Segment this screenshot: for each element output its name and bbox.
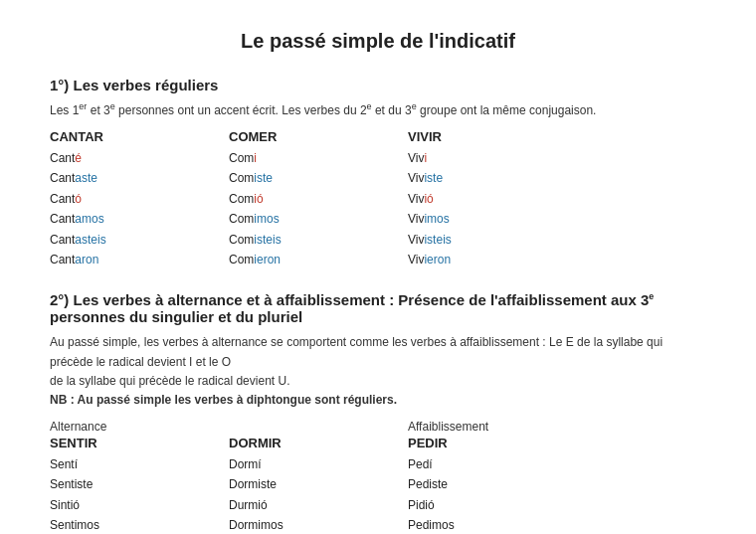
conj-suffix: ó [75,192,82,206]
conj-row: Cantó [50,189,229,209]
conj-suffix: isteis [424,233,451,247]
conj-suffix: asteis [75,233,105,247]
alt-row: Dormimos [229,515,408,534]
section2-intro-line: NB : Au passé simple les verbes à diphto… [50,393,397,407]
conj-col-header: COMER [229,129,408,144]
conj-suffix: aron [75,253,98,267]
conj-suffix: ieron [254,253,281,267]
alternance-label: Alternance [50,420,229,434]
conj-row: Vivió [408,189,587,209]
conj-row: Comi [229,148,408,168]
conj-prefix: Com [229,192,254,206]
conj-row: Comió [229,189,408,209]
conj-prefix: Cant [50,253,75,267]
conj-row: Canté [50,148,229,168]
conj-prefix: Viv [408,233,424,247]
conj-suffix: i [254,151,257,165]
section1: 1°) Les verbes réguliers Les 1er et 3e p… [50,77,706,269]
conj-row: Vivisteis [408,230,587,250]
conj-prefix: Viv [408,253,424,267]
conj-row: Comimos [229,209,408,229]
conj-prefix: Viv [408,212,424,226]
section2-intro: Au passé simple, les verbes à alternance… [50,333,706,410]
conj-suffix: imos [424,212,449,226]
conj-suffix: amos [75,212,103,226]
conj-prefix: Cant [50,192,75,206]
conj-prefix: Cant [50,151,75,165]
alt-row: Pediste [408,474,587,494]
conj-prefix: Viv [408,171,424,185]
conj-suffix: iste [254,171,273,185]
conj-prefix: Com [229,212,254,226]
conj-prefix: Com [229,171,254,185]
alt-header-dormir: DORMIR [229,436,408,450]
conj-prefix: Cant [50,233,75,247]
alt-row: Sentí [50,454,229,474]
conj-prefix: Com [229,233,254,247]
conj-row: Comieron [229,250,408,269]
alt-row: Pedimos [408,515,587,534]
alt-header-sentir: SENTIR [50,436,229,450]
section2-intro-line: Au passé simple, les verbes à alternance… [50,335,662,368]
conj-prefix: Cant [50,171,75,185]
conj-suffix: imos [254,212,279,226]
conj-row: Comiste [229,168,408,188]
conj-row: Vivieron [408,250,587,269]
conj-suffix: é [75,151,82,165]
section2: 2°) Les verbes à alternance et à affaibl… [50,291,706,534]
conj-col-cantar: CANTARCantéCantasteCantóCantamosCantaste… [50,129,229,269]
conj-row: Vivi [408,148,587,168]
conj-prefix: Com [229,151,254,165]
conj-suffix: i [424,151,427,165]
alt-row: Sentimos [50,515,229,534]
conj-prefix: Viv [408,192,424,206]
conj-col-comer: COMERComiComisteComióComimosComisteisCom… [229,129,408,269]
conj-suffix: ieron [424,253,451,267]
conj-suffix: aste [75,171,97,185]
conj-row: Cantamos [50,209,229,229]
conj-prefix: Cant [50,212,75,226]
conj-suffix: isteis [254,233,281,247]
conj-suffix: iste [424,171,443,185]
affaiblissement-label: Affaiblissement [408,420,587,434]
conj-row: Viviste [408,168,587,188]
alternance-table: AlternanceSENTIRSentíSentisteSintióSenti… [50,420,706,534]
section1-intro: Les 1er et 3e personnes ont un accent éc… [50,101,706,117]
conj-prefix: Viv [408,151,424,165]
conj-col-vivir: VIVIRViviVivisteVivióVivimosVivisteisViv… [408,129,587,269]
conj-suffix: ió [254,192,263,206]
alt-row: Sintió [50,495,229,515]
conj-row: Comisteis [229,230,408,250]
conj-prefix: Com [229,253,254,267]
alt-row: Pedí [408,454,587,474]
alt-row: Sentiste [50,474,229,494]
alt-col-dormir: DORMIRDormíDormisteDurmióDormimosDormist… [229,420,408,534]
alt-row: Durmió [229,495,408,515]
alt-row: Dormí [229,454,408,474]
alt-row: Pidió [408,495,587,515]
alt-header-pedir: PEDIR [408,436,587,450]
conj-col-header: VIVIR [408,129,587,144]
section2-heading: 2°) Les verbes à alternance et à affaibl… [50,291,706,325]
alt-col-pedir: AffaiblissementPEDIRPedíPedistePidióPedi… [408,420,587,534]
page-title: Le passé simple de l'indicatif [50,30,706,53]
conj-suffix: ió [424,192,433,206]
section1-heading: 1°) Les verbes réguliers [50,77,706,93]
alt-col-sentir: AlternanceSENTIRSentíSentisteSintióSenti… [50,420,229,534]
conj-row: Cantasteis [50,230,229,250]
conj-row: Vivimos [408,209,587,229]
section2-intro-line: de la syllabe qui précède le radical dev… [50,374,289,388]
conjugation-table: CANTARCantéCantasteCantóCantamosCantaste… [50,129,706,269]
conj-row: Cantaste [50,168,229,188]
conj-row: Cantaron [50,250,229,269]
alt-row: Dormiste [229,474,408,494]
conj-col-header: CANTAR [50,129,229,144]
